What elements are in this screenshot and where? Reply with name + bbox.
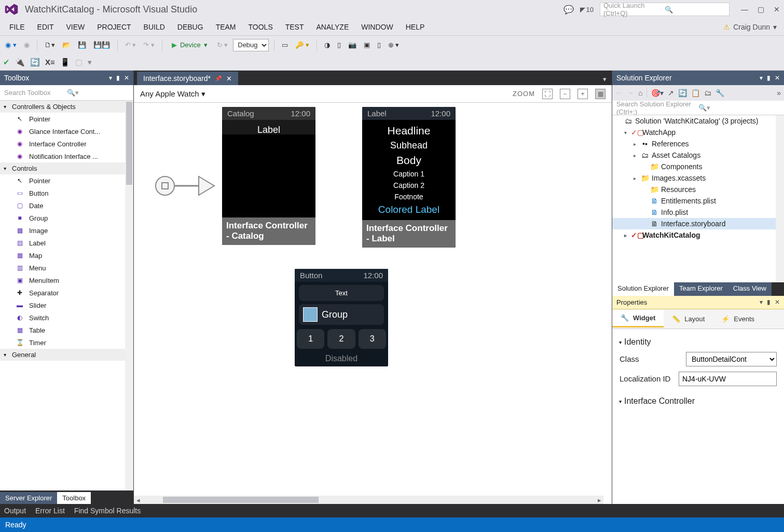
tree-node[interactable]: 🗎Entitlements.plist [612, 195, 784, 207]
user-menu[interactable]: ⚠ Craig Dunn ▾ [723, 23, 781, 31]
toolbox-item[interactable]: ↖Pointer [0, 113, 133, 125]
save-button[interactable]: 💾 [76, 40, 88, 50]
maximize-button[interactable]: ▢ [758, 5, 764, 13]
tab-team-explorer[interactable]: Team Explorer [674, 282, 728, 296]
se-properties-button[interactable]: 🔧 [716, 89, 724, 97]
close-icon[interactable]: ✕ [775, 298, 780, 306]
class-select[interactable]: ButtonDetailCont [686, 352, 777, 366]
watch-screen-label[interactable]: Label12:00 Headline Subhead Body Caption… [362, 107, 456, 248]
tb2-overflow[interactable]: ▾ [88, 58, 92, 67]
toolbox-item[interactable]: ▣MenuItem [0, 274, 133, 287]
menu-edit[interactable]: EDIT [31, 21, 60, 33]
tree-node[interactable]: ▸•▪References [612, 138, 784, 149]
toolbox-item[interactable]: ⌛Timer [0, 336, 133, 349]
pin-icon[interactable]: ▮ [767, 74, 771, 81]
tree-project[interactable]: ▸✓▢WatchKitCatalog [612, 229, 784, 241]
close-button[interactable]: ✕ [774, 5, 780, 13]
pin-icon[interactable]: 📌 [215, 75, 222, 82]
pin-icon[interactable]: ▮ [116, 74, 120, 81]
toolbox-item[interactable]: ▦Table [0, 324, 133, 336]
device-picker[interactable]: Any Apple Watch ▾ [140, 89, 205, 99]
quick-launch-input[interactable]: Quick Launch (Ctrl+Q) 🔍 [600, 3, 730, 16]
tab-output[interactable]: Output [4, 507, 26, 515]
se-forward-button[interactable]: → [627, 89, 634, 97]
tab-layout[interactable]: 📏Layout [664, 311, 713, 327]
toolbox-category[interactable]: Controls [0, 162, 133, 174]
menu-help[interactable]: HELP [400, 21, 431, 33]
toolbox-item[interactable]: ▥Menu [0, 262, 133, 274]
toolbox-item[interactable]: ✚Separator [0, 287, 133, 299]
toolbox-item[interactable]: ◉Glance Interface Cont... [0, 125, 133, 138]
section-identity[interactable]: Identity [620, 337, 777, 347]
tree-node[interactable]: 📁Components [612, 161, 784, 172]
save-all-button[interactable]: 💾💾 [91, 40, 112, 50]
tab-widget[interactable]: 🔧Widget [612, 310, 664, 328]
se-all-button[interactable]: 🗂 [704, 89, 711, 97]
localization-id-input[interactable] [679, 372, 777, 386]
menu-window[interactable]: WINDOW [355, 21, 399, 33]
tb-icon-3[interactable]: 📷 [346, 40, 359, 50]
watch-screen-catalog[interactable]: Catalog12:00 Label Interface Controller … [222, 107, 315, 245]
menu-view[interactable]: VIEW [60, 21, 91, 33]
canvas-hscrollbar[interactable]: ◂ ▸ [134, 496, 603, 504]
tb-icon-5[interactable]: ▯ [375, 40, 383, 50]
feedback-icon[interactable]: 💬 [563, 5, 574, 15]
panel-menu-icon[interactable]: ▾ [109, 74, 112, 81]
menu-test[interactable]: TEST [279, 21, 310, 33]
redo-button[interactable]: ↷ ▾ [141, 40, 157, 50]
menu-team[interactable]: TEAM [210, 21, 242, 33]
pin-icon[interactable]: ▮ [767, 298, 771, 306]
toolbox-category[interactable]: Controllers & Objects [0, 101, 133, 113]
tab-events[interactable]: ⚡Events [713, 311, 763, 327]
tree-node[interactable]: ▸📁Images.xcassets [612, 172, 784, 184]
zoom-fit-button[interactable]: ⛶ [542, 89, 553, 99]
toolbox-item[interactable]: ▢Date [0, 199, 133, 212]
designer-canvas[interactable]: Catalog12:00 Label Interface Controller … [134, 103, 612, 504]
menu-project[interactable]: PROJECT [91, 21, 137, 33]
refresh-button[interactable]: ↻ ▾ [215, 40, 230, 50]
se-copy-button[interactable]: 📋 [691, 89, 700, 97]
find-button[interactable]: 🔑 ▾ [293, 40, 311, 50]
open-button[interactable]: 📂 [60, 40, 73, 50]
layout-button[interactable]: ▭ [280, 40, 290, 50]
tab-toolbox[interactable]: Toolbox [57, 492, 91, 504]
tab-find-symbol[interactable]: Find Symbol Results [74, 507, 141, 515]
tb-icon-6[interactable]: ⊕ ▾ [386, 40, 402, 50]
menu-file[interactable]: FILE [3, 21, 31, 33]
tab-overflow-button[interactable]: ▾ [598, 73, 612, 85]
toolbox-scrollbar[interactable] [125, 101, 133, 490]
panel-menu-icon[interactable]: ▾ [760, 74, 763, 81]
tree-scrollbar[interactable] [776, 115, 784, 282]
toolbox-item[interactable]: ■Group [0, 212, 133, 224]
undo-button[interactable]: ↶ ▾ [123, 40, 139, 50]
se-home-button[interactable]: ⌂ [638, 89, 642, 97]
tree-node-selected[interactable]: 🗎Interface.storyboard [612, 218, 784, 229]
tb2-sync-icon[interactable]: 🔄 [30, 58, 40, 67]
tab-class-view[interactable]: Class View [728, 282, 772, 296]
menu-analyze[interactable]: ANALYZE [310, 21, 355, 33]
nav-forward-button[interactable]: ◉ [22, 40, 32, 50]
tb2-xe-icon[interactable]: X≡ [45, 58, 55, 66]
grid-button[interactable]: ▦ [595, 89, 606, 99]
se-sync-button[interactable]: 🎯▾ [651, 89, 664, 97]
se-back-button[interactable]: ← [615, 89, 623, 97]
tree-node[interactable]: 📁Resources [612, 184, 784, 195]
watch-screen-button[interactable]: Button12:00 Text Group 1 2 3 Disabled [295, 269, 388, 366]
nav-back-button[interactable]: ◉ ▾ [3, 40, 19, 50]
tab-error-list[interactable]: Error List [35, 507, 65, 515]
se-refresh-button[interactable]: ↗ [668, 89, 674, 97]
tb-icon-4[interactable]: ▣ [362, 40, 372, 50]
se-reload-button[interactable]: 🔄 [678, 89, 687, 97]
close-icon[interactable]: ✕ [775, 74, 780, 81]
tree-project[interactable]: ▾✓▢WatchApp [612, 127, 784, 138]
toolbox-category[interactable]: General [0, 349, 133, 361]
notifications-flag[interactable]: ◤10 [580, 6, 594, 13]
zoom-in-button[interactable]: + [577, 89, 588, 99]
tb-icon-1[interactable]: ◑ [322, 40, 332, 50]
toolbox-search[interactable]: Search Toolbox 🔍▾ [0, 85, 133, 101]
tree-node[interactable]: ▸🗂Asset Catalogs [612, 149, 784, 161]
toolbox-item[interactable]: ▭Button [0, 187, 133, 199]
toolbox-item[interactable]: ▩Image [0, 224, 133, 237]
menu-build[interactable]: BUILD [137, 21, 171, 33]
tree-solution[interactable]: 🗂Solution 'WatchKitCatalog' (3 projects) [612, 115, 784, 127]
